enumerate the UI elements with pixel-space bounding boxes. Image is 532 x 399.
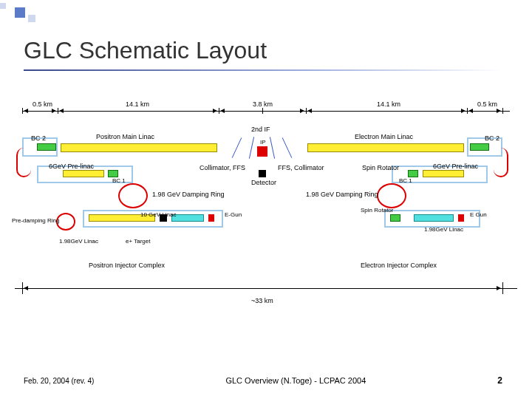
top-ruler — [22, 111, 510, 112]
egun-right — [458, 214, 464, 222]
detector-label: Detector — [251, 179, 276, 186]
elec-inj-label: Electron Injector Complex — [361, 262, 437, 269]
title-underline — [24, 69, 502, 71]
egun-left-label: E-Gun — [225, 211, 242, 218]
linac198-left — [171, 214, 204, 222]
positron-main-linac — [61, 143, 217, 152]
prelinac-left-label: 6GeV Pre-linac — [49, 163, 94, 170]
bc1-right — [408, 170, 418, 177]
schematic-diagram: 0.5 km 14.1 km 3.8 km 14.1 km 0.5 km 2nd… — [15, 96, 517, 325]
footer-page: 2 — [497, 375, 502, 386]
ruler-seg2: 14.1 km — [126, 100, 149, 108]
slide-footer: Feb. 20, 2004 (rev. 4) GLC Overview (N.T… — [24, 375, 502, 386]
elec-linac-label: Electron Main Linac — [355, 133, 413, 140]
ruler-seg1: 0.5 km — [33, 100, 52, 108]
egun-left — [208, 214, 214, 222]
page-title: GLC Schematic Layout — [24, 37, 267, 64]
electron-main-linac — [307, 143, 464, 152]
pos-inj-label: Positron Injector Complex — [89, 262, 165, 269]
dr-left-label: 1.98 GeV Damping Ring — [152, 191, 225, 198]
bc2-left — [37, 143, 56, 151]
second-if-label: 2nd IF — [251, 126, 270, 133]
linac10-label: 10 GeV Linac — [140, 211, 176, 218]
bc1-left — [108, 170, 118, 177]
prelinac-left — [63, 170, 104, 177]
detector-box — [259, 170, 266, 177]
total-length-label: ~33 km — [251, 297, 273, 304]
footer-date: Feb. 20, 2004 (rev. 4) — [24, 377, 94, 385]
prelinac-right-label: 6GeV Pre-linac — [433, 163, 478, 170]
ruler-seg5: 0.5 km — [477, 100, 497, 108]
right-arc — [494, 148, 508, 177]
pos-linac-label: Positron Main Linac — [96, 133, 154, 140]
coll-ffs-right: FFS, Collimator — [278, 164, 324, 171]
pre-damp-label: Pre-damping Ring — [12, 217, 59, 224]
left-arc — [16, 148, 31, 177]
bc1-right-label: BC 1 — [399, 177, 412, 184]
damping-ring-left — [118, 183, 148, 208]
damping-ring-right — [377, 183, 406, 208]
dr-right-label: 1.98 GeV Damping Ring — [306, 191, 378, 198]
linac198-left-label: 1.98GeV Linac — [59, 238, 98, 245]
footer-center: GLC Overview (N.Toge) - LCPAC 2004 — [225, 376, 366, 385]
ip-box — [257, 146, 267, 157]
ruler-seg4: 14.1 km — [377, 100, 400, 108]
bc1-left-label: BC 1 — [112, 177, 126, 184]
slide-decoration — [0, 0, 89, 30]
spin-rot-right-top: Spin Rotator — [362, 164, 399, 171]
total-length-bar — [15, 288, 517, 289]
linac198-right — [414, 214, 454, 222]
spin-rot-right — [390, 214, 400, 222]
prelinac-right — [423, 170, 464, 177]
etarget-label: e+ Target — [126, 238, 150, 245]
bc2-left-label: BC 2 — [31, 134, 46, 142]
ruler-seg3: 3.8 km — [253, 100, 273, 108]
bc2-right-label: BC 2 — [485, 134, 499, 142]
spin-rot-right-label: Spin Rotator — [361, 207, 393, 214]
ip-label: IP — [260, 139, 266, 146]
linac198-right-label: 1.98GeV Linac — [424, 226, 463, 233]
bc2-right — [470, 143, 489, 151]
coll-ffs-left: Collimator, FFS — [200, 164, 245, 171]
egun-right-label: E Gun — [470, 211, 487, 218]
